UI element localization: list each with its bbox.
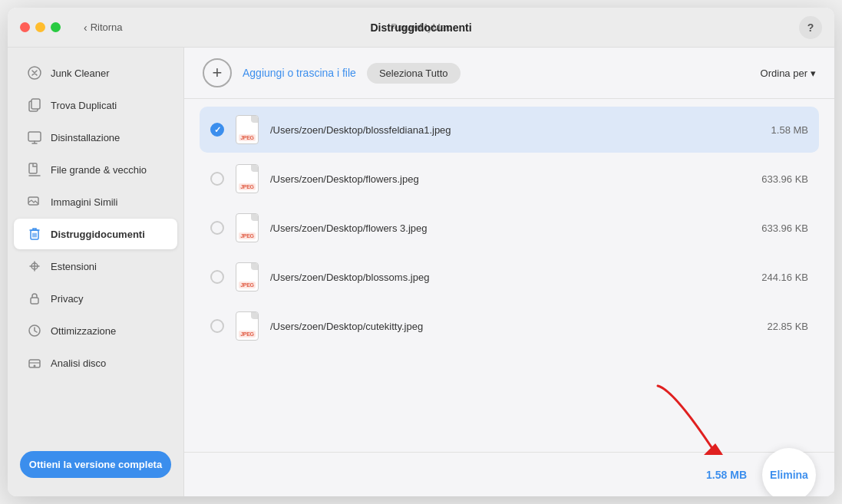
- table-row[interactable]: JPEG /Users/zoen/Desktop/flowers 3.jpeg …: [200, 205, 819, 251]
- file-type-label: JPEG: [239, 232, 255, 239]
- analisi-disco-icon: [26, 354, 43, 371]
- back-chevron-icon: ‹: [84, 21, 88, 34]
- main-content: + Aggiungi o trascina i file Seleziona T…: [184, 48, 834, 496]
- sidebar-item-label: Privacy: [51, 293, 84, 305]
- sort-chevron-icon: ▾: [811, 68, 816, 79]
- file-path: /Users/zoen/Desktop/flowers.jpeg: [270, 173, 747, 185]
- sidebar-item-trova-duplicati[interactable]: Trova Duplicati: [14, 90, 177, 120]
- file-path: /Users/zoen/Desktop/flowers 3.jpeg: [270, 222, 747, 234]
- trova-duplicati-icon: [26, 97, 43, 114]
- sidebar-item-estensioni[interactable]: Estensioni: [14, 251, 177, 282]
- sidebar-item-file-grande[interactable]: File grande & vecchio: [14, 154, 177, 185]
- file-icon: JPEG: [233, 262, 261, 292]
- sidebar-item-immagini-simili[interactable]: Immagini Simili: [14, 186, 177, 217]
- sidebar-item-distruggidocumenti[interactable]: Distruggidocumenti: [14, 219, 177, 249]
- sort-button[interactable]: Ordina per ▾: [761, 68, 816, 79]
- sidebar-item-analisi-disco[interactable]: Analisi disco: [14, 348, 177, 378]
- file-size: 1.58 MB: [747, 124, 808, 136]
- sidebar-item-label: Ottimizzazione: [51, 325, 116, 337]
- add-label[interactable]: Aggiungi o trascina i file: [243, 67, 356, 79]
- traffic-lights: [20, 22, 61, 32]
- file-checkbox[interactable]: [210, 221, 224, 235]
- file-type-label: JPEG: [239, 134, 255, 141]
- svg-rect-3: [28, 132, 41, 141]
- back-button[interactable]: ‹ Ritorna: [84, 21, 123, 34]
- close-button[interactable]: [20, 22, 30, 32]
- select-all-button[interactable]: Seleziona Tutto: [367, 63, 461, 84]
- file-path: /Users/zoen/Desktop/blossoms.jpeg: [270, 272, 747, 283]
- sidebar-item-label: Trova Duplicati: [51, 100, 117, 111]
- fullscreen-button[interactable]: [51, 22, 61, 32]
- app-window: PowerMyMac ‹ Ritorna Distruggidocumenti …: [8, 8, 834, 496]
- junk-cleaner-icon: [26, 64, 43, 81]
- bottom-bar: 1.58 MB Elimina: [184, 452, 834, 496]
- minimize-button[interactable]: [35, 22, 45, 32]
- total-size-label: 1.58 MB: [706, 469, 747, 481]
- sidebar-item-junk-cleaner[interactable]: Junk Cleaner: [14, 58, 177, 88]
- svg-rect-2: [31, 99, 40, 109]
- sidebar-item-label: File grande & vecchio: [51, 164, 147, 176]
- estensioni-icon: [26, 258, 43, 275]
- file-list: JPEG /Users/zoen/Desktop/blossfeldiana1.…: [184, 99, 834, 452]
- titlebar: PowerMyMac ‹ Ritorna Distruggidocumenti …: [8, 8, 834, 48]
- sidebar-item-privacy[interactable]: Privacy: [14, 283, 177, 314]
- sidebar: Junk Cleaner Trova Duplicati: [8, 48, 184, 496]
- file-grande-icon: [26, 161, 43, 178]
- file-path: /Users/zoen/Desktop/blossfeldiana1.jpeg: [270, 124, 747, 136]
- sidebar-footer: Ottieni la versione completa: [8, 442, 183, 487]
- svg-rect-8: [31, 298, 38, 304]
- file-checkbox[interactable]: [210, 319, 224, 333]
- titlebar-title: Distruggidocumenti: [370, 21, 471, 34]
- body: Junk Cleaner Trova Duplicati: [8, 48, 834, 496]
- sidebar-item-disinstallazione[interactable]: Disinstallazione: [14, 122, 177, 153]
- file-icon: JPEG: [233, 114, 261, 145]
- file-size: 633.96 KB: [747, 173, 808, 185]
- file-path: /Users/zoen/Desktop/cutekitty.jpeg: [270, 321, 747, 332]
- table-row[interactable]: JPEG /Users/zoen/Desktop/blossoms.jpeg 2…: [200, 254, 819, 300]
- table-row[interactable]: JPEG /Users/zoen/Desktop/blossfeldiana1.…: [200, 107, 819, 153]
- sidebar-item-label: Distruggidocumenti: [51, 229, 145, 240]
- sidebar-item-ottimizzazione[interactable]: Ottimizzazione: [14, 315, 177, 346]
- file-size: 633.96 KB: [747, 222, 808, 234]
- add-button[interactable]: +: [203, 58, 232, 87]
- toolbar: + Aggiungi o trascina i file Seleziona T…: [184, 48, 834, 99]
- file-icon: JPEG: [233, 311, 261, 341]
- file-type-label: JPEG: [239, 331, 255, 338]
- file-checkbox[interactable]: [210, 123, 224, 137]
- help-button[interactable]: ?: [799, 16, 822, 39]
- delete-button[interactable]: Elimina: [762, 448, 816, 497]
- upgrade-button[interactable]: Ottieni la versione completa: [20, 451, 171, 478]
- file-size: 22.85 KB: [747, 321, 808, 332]
- svg-point-11: [34, 365, 36, 367]
- file-icon: JPEG: [233, 163, 261, 194]
- file-size: 244.16 KB: [747, 272, 808, 283]
- back-label: Ritorna: [91, 21, 123, 33]
- file-type-label: JPEG: [239, 183, 255, 190]
- file-checkbox[interactable]: [210, 172, 224, 186]
- sidebar-item-label: Immagini Simili: [51, 196, 117, 208]
- file-type-label: JPEG: [239, 282, 255, 288]
- file-checkbox[interactable]: [210, 270, 224, 284]
- sort-label: Ordina per: [761, 68, 807, 79]
- sidebar-item-label: Disinstallazione: [51, 132, 120, 143]
- sidebar-item-label: Estensioni: [51, 261, 97, 272]
- distruggidocumenti-icon: [26, 226, 43, 242]
- immagini-simili-icon: [26, 193, 43, 210]
- ottimizzazione-icon: [26, 322, 43, 339]
- table-row[interactable]: JPEG /Users/zoen/Desktop/flowers.jpeg 63…: [200, 156, 819, 202]
- sidebar-item-label: Junk Cleaner: [51, 68, 110, 79]
- table-row[interactable]: JPEG /Users/zoen/Desktop/cutekitty.jpeg …: [200, 303, 819, 349]
- privacy-icon: [26, 290, 43, 307]
- file-icon: JPEG: [233, 212, 261, 243]
- sidebar-item-label: Analisi disco: [51, 357, 106, 369]
- disinstallazione-icon: [26, 129, 43, 146]
